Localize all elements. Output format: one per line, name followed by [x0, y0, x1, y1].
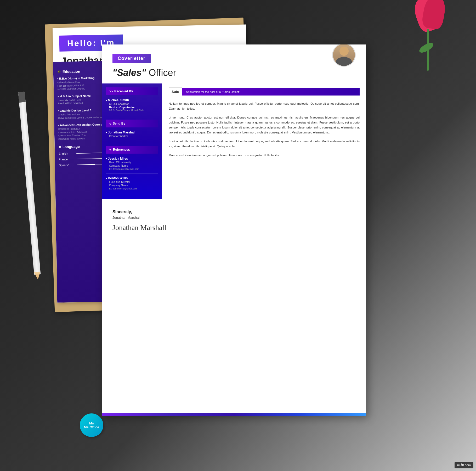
- sidebar-divider-1: [106, 117, 158, 117]
- ref-item-1: Jessica Miles Head Of University Company…: [106, 157, 158, 170]
- ref-role-1: Head Of University: [106, 161, 158, 164]
- cl-title: "Sales" Officer: [112, 67, 356, 78]
- coverletter-page: Coverletter "Sales" Officer Received By …: [102, 44, 366, 416]
- cl-para-4: Maecenos bibendum nec augue vel pulvinar…: [169, 153, 360, 158]
- cl-sidebar: Received By Micheal Smith CEO & Chairman…: [102, 83, 162, 199]
- cl-content: Received By Micheal Smith CEO & Chairman…: [102, 83, 366, 199]
- sidebar-divider-3: [106, 173, 158, 174]
- received-by-name: Micheal Smith: [106, 98, 158, 102]
- received-by-section: Received By Micheal Smith CEO & Chairman…: [106, 87, 158, 111]
- send-by-item: Jonathan Marshall Creative Worker: [106, 131, 158, 138]
- received-by-org: Bextrex Organization: [106, 106, 158, 109]
- ref-org-1: Company Name: [106, 164, 158, 167]
- avatar-body: [336, 57, 352, 66]
- ms-label: Ms: [89, 421, 94, 425]
- cl-title-normal: Officer: [146, 67, 176, 78]
- ref-email-1: E : Jessicamiles@email.com: [106, 168, 158, 170]
- avatar-placeholder: [333, 44, 355, 66]
- ms-office-badge: Ms Ms Office: [80, 413, 103, 437]
- ref-email-2: E : bentonwills@email.com: [106, 187, 158, 190]
- send-by-role: Creative Worker: [106, 135, 158, 138]
- send-by-title: Send By: [106, 120, 158, 127]
- cl-para-1: Nullam tempus nec leo ut semper. Mauris …: [169, 101, 360, 111]
- cl-main: Sub: Application for the post of a "Sale…: [162, 83, 366, 199]
- office-label: Ms Office: [84, 425, 99, 429]
- avatar: [332, 44, 356, 67]
- lang-name-spanish: Spanish: [59, 163, 75, 167]
- cl-para-2: ut vel nunc. Cras auctor auctor est non …: [169, 115, 360, 135]
- sidebar-divider-2: [106, 143, 158, 143]
- ref-name-1: Jessica Miles: [106, 157, 158, 160]
- send-by-section: Send By Jonathan Marshall Creative Worke…: [106, 120, 158, 138]
- received-by-role: CEO & Chairman: [106, 103, 158, 105]
- received-by-addr: 6S,A- South Ethium, United State: [106, 109, 158, 111]
- tulip-decoration: [398, 0, 450, 71]
- cl-para-3: In sit amet nibh lacinio orci lobortis c…: [169, 139, 360, 149]
- avatar-head: [339, 47, 349, 56]
- cl-sub-line: Sub: Application for the post of a "Sale…: [169, 87, 360, 96]
- send-by-name: Jonathan Marshall: [106, 131, 158, 134]
- references-title: References: [106, 146, 158, 154]
- received-by-title: Received By: [106, 87, 158, 95]
- lang-name-english: English: [59, 152, 74, 155]
- watermark: ui.å8.com: [455, 462, 473, 468]
- cl-header: Coverletter "Sales" Officer: [102, 44, 366, 83]
- cl-label: Coverletter: [112, 54, 151, 63]
- cl-sub-label: Sub:: [169, 87, 182, 96]
- lang-name-france: France: [59, 158, 75, 161]
- cl-title-bold: "Sales": [112, 67, 146, 78]
- cl-signature: Jonathan Marshall: [112, 223, 356, 232]
- sincerely-label: Sincerely,: [112, 210, 356, 214]
- cl-divider: [169, 163, 360, 163]
- watermark-text: ui.å8.com: [457, 463, 471, 467]
- references-section: References Jessica Miles Head Of Univers…: [106, 146, 158, 190]
- sincerely-name: Jonathan Marshall: [112, 216, 356, 220]
- ref-org-2: Company Name: [106, 184, 158, 187]
- ref-item-2: Benton Willis Executive Director Company…: [106, 176, 158, 190]
- received-by-item: Micheal Smith CEO & Chairman Bextrex Org…: [106, 98, 158, 111]
- cl-footer-bar: [102, 413, 366, 416]
- ref-role-2: Executive Director: [106, 181, 158, 183]
- cl-sincerely: Sincerely, Jonathan Marshall Jonathan Ma…: [102, 199, 366, 240]
- ref-name-2: Benton Willis: [106, 176, 158, 180]
- cl-sub-value: Application for the post of a "Sales Off…: [182, 88, 360, 96]
